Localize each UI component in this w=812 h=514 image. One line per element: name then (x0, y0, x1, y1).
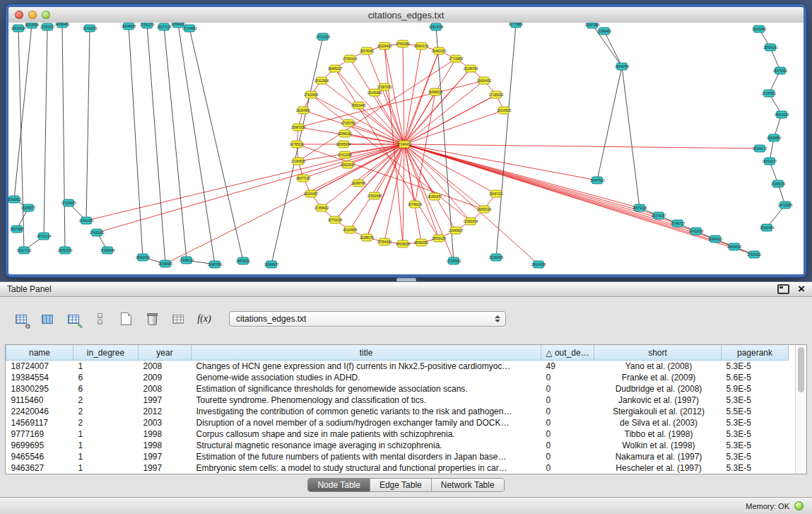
graph-node[interactable]: 16633277 (763, 158, 777, 165)
graph-node[interactable]: 15630608 (11, 25, 26, 32)
graph-node[interactable]: 17185290 (489, 91, 504, 98)
table-row[interactable]: 1938455462009Genome-wide association stu… (6, 372, 789, 383)
graph-node[interactable]: 16722134 (37, 233, 52, 240)
graph-node[interactable]: 14987654 (208, 261, 223, 268)
graph-node[interactable]: 15820236 (432, 235, 447, 242)
graph-node[interactable]: 16204981 (296, 107, 311, 114)
graph-node[interactable]: 16604432 (477, 77, 492, 84)
scrollbar-thumb[interactable] (798, 347, 804, 392)
graph-node[interactable]: 16824516 (727, 243, 742, 250)
edit-table-button[interactable]: ✎ (64, 310, 83, 328)
graph-node[interactable]: 15938172 (753, 145, 767, 152)
table-selector-dropdown[interactable]: citations_edges.txt (229, 311, 506, 327)
column-header-short[interactable]: short (594, 345, 722, 361)
graph-node[interactable]: 16226410 (377, 42, 392, 49)
graph-node[interactable]: 17265109 (771, 180, 786, 187)
graph-node[interactable]: 16753218 (328, 216, 343, 223)
graph-node[interactable]: 15904176 (414, 42, 429, 49)
graph-node[interactable]: 21007994 (585, 23, 600, 28)
column-header-out-de-[interactable]: △ out_de… (541, 345, 594, 361)
graph-node[interactable]: 16016625 (497, 107, 512, 114)
graph-node[interactable]: 20773881 (509, 23, 524, 28)
graph-node[interactable]: 16310554 (25, 23, 40, 28)
graph-node[interactable]: 15234487 (304, 190, 319, 197)
graph-node[interactable]: 15379197 (652, 212, 666, 219)
zoom-window-button[interactable] (42, 11, 50, 19)
graph-node[interactable]: 17264530 (291, 158, 306, 165)
graph-node[interactable]: 14702039 (689, 228, 704, 235)
graph-node[interactable]: 16391877 (428, 193, 442, 200)
graph-node[interactable]: 16275342 (773, 67, 788, 74)
graph-node[interactable]: 16677142 (296, 175, 311, 182)
graph-node[interactable]: 17099213 (180, 257, 194, 264)
graph-node[interactable]: 15663426 (136, 254, 151, 261)
window-titlebar[interactable]: citations_edges.txt (8, 7, 804, 23)
row-tools-button[interactable] (90, 310, 110, 328)
graph-node[interactable]: 17093164 (343, 55, 358, 62)
tab-edge-table[interactable]: Edge Table (370, 479, 431, 491)
graph-node[interactable]: 17931548 (367, 192, 382, 199)
graph-node[interactable]: 17351275 (140, 23, 155, 28)
table-row[interactable]: 946554611997Estimation of the future num… (6, 451, 789, 462)
graph-node[interactable]: 16648784 (615, 63, 630, 70)
graph-node[interactable]: 17552081 (396, 40, 411, 47)
graph-node[interactable]: 16260577 (21, 204, 36, 211)
table-row[interactable]: 1830029562008Estimation of significance … (6, 383, 789, 395)
graph-node[interactable]: 17287053 (377, 83, 392, 90)
graph-node[interactable]: 15760203 (83, 25, 98, 32)
graph-node[interactable]: 15190465 (489, 254, 504, 261)
graph-node[interactable]: 16482203 (432, 47, 447, 54)
tab-node-table[interactable]: Node Table (308, 479, 370, 491)
graph-node[interactable]: 16288176 (360, 234, 375, 241)
graph-node[interactable]: 15497211 (489, 190, 504, 197)
table-scrollbar[interactable] (795, 345, 806, 474)
graph-node[interactable]: 15987334 (291, 124, 306, 131)
graph-node[interactable]: 17214663 (182, 25, 197, 32)
graph-node[interactable]: 17081504 (464, 218, 478, 225)
graph-node[interactable]: 17554300 (377, 238, 392, 245)
column-header-title[interactable]: title (192, 345, 541, 361)
table-row[interactable]: 1456911722003Disruption of a novel membe… (6, 417, 789, 428)
graph-node[interactable]: 17924502 (747, 251, 762, 258)
graph-node[interactable]: 16099748 (351, 180, 366, 187)
graph-node[interactable]: 15051529 (58, 247, 73, 254)
graph-node[interactable]: 16846936 (122, 23, 136, 30)
graph-node[interactable]: 14913225 (775, 111, 789, 118)
graph-node[interactable]: 16549877 (264, 261, 279, 268)
graph-node[interactable]: 16029482 (752, 25, 767, 33)
table-row[interactable]: 2242004622012Investigating the contribut… (6, 406, 789, 417)
graph-node[interactable]: 15467910 (590, 177, 605, 184)
graph-node[interactable]: 16845227 (328, 65, 343, 72)
table-row[interactable]: 969969511998Structural magnetic resonanc… (6, 440, 789, 451)
graph-node[interactable]: 12940507 (449, 227, 464, 234)
graph-node[interactable]: 15876031 (236, 257, 251, 264)
table-row[interactable]: 946362711997Embryonic stem cells: a mode… (6, 462, 789, 474)
minimize-window-button[interactable] (28, 11, 37, 19)
table-mode-button[interactable]: ⚙ (11, 310, 31, 328)
column-visibility-button[interactable] (37, 310, 57, 328)
column-header-pagerank[interactable]: pagerank (722, 345, 789, 361)
graph-node[interactable]: 15910364 (760, 224, 775, 231)
graph-node[interactable]: 15312908 (314, 77, 329, 84)
graph-node[interactable]: 15248769 (464, 65, 478, 72)
graph-node[interactable]: 16505934 (336, 141, 351, 148)
graph-node[interactable]: 16679218 (632, 204, 647, 211)
graph-node[interactable]: 15366182 (338, 130, 353, 137)
table-row[interactable]: 977716911998Corpus callosum shape and si… (6, 428, 789, 440)
graph-node[interactable]: 14991053 (79, 217, 94, 224)
float-panel-icon[interactable] (777, 284, 789, 294)
graph-node[interactable]: 17719854 (449, 55, 464, 62)
graph-node[interactable]: 14722086 (778, 201, 793, 209)
graph-node[interactable]: 16438905 (158, 260, 173, 267)
graph-node[interactable]: 14699441 (55, 23, 70, 28)
graph-node[interactable]: 17197801 (762, 90, 777, 97)
graph-node[interactable]: 17240412 (397, 141, 412, 148)
graph-node[interactable]: 17020768 (341, 119, 356, 127)
tab-network-table[interactable]: Network Table (431, 479, 504, 491)
graph-node[interactable]: 17335502 (447, 257, 461, 264)
graph-node[interactable]: 17106425 (61, 199, 76, 206)
import-table-button[interactable] (168, 310, 188, 328)
network-canvas[interactable]: 1724041215497211160551191708150412940507… (8, 23, 804, 274)
graph-node[interactable]: 16924508 (531, 261, 546, 268)
graph-node[interactable]: 16055119 (477, 206, 492, 213)
